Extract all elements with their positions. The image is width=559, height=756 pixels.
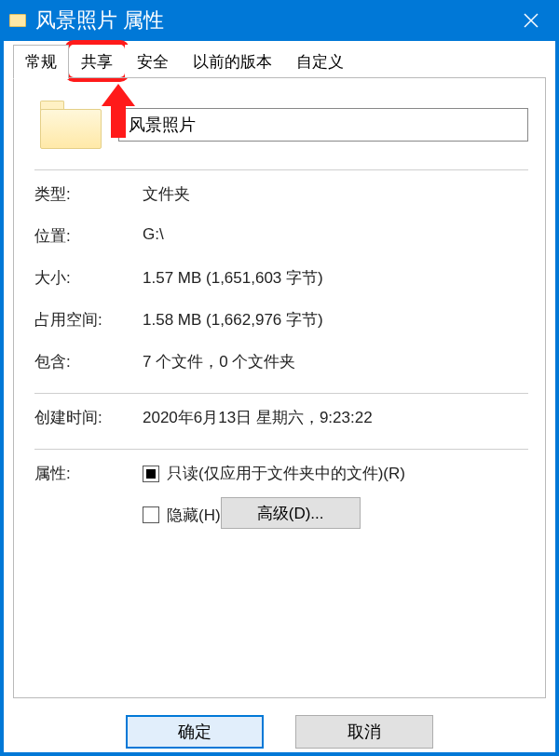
folder-large-icon	[40, 101, 102, 149]
tab-general[interactable]: 常规	[13, 45, 69, 79]
readonly-label: 只读(仅应用于文件夹中的文件)(R)	[167, 463, 405, 484]
header-row	[34, 101, 528, 149]
value-type: 文件夹	[143, 183, 528, 205]
hidden-row: 隐藏(H) 高级(D)...	[143, 501, 528, 529]
value-sizeondisk: 1.58 MB (1,662,976 字节)	[143, 309, 528, 331]
close-icon	[524, 13, 539, 28]
value-size: 1.57 MB (1,651,603 字节)	[143, 267, 528, 289]
readonly-row: 只读(仅应用于文件夹中的文件)(R)	[143, 463, 528, 484]
folder-name-input[interactable]	[118, 108, 528, 142]
tab-previous-versions[interactable]: 以前的版本	[181, 45, 284, 78]
window-title: 风景照片 属性	[35, 7, 164, 34]
label-sizeondisk: 占用空间:	[34, 309, 143, 331]
tab-security[interactable]: 安全	[125, 45, 181, 78]
close-button[interactable]	[503, 0, 559, 41]
separator	[34, 393, 528, 394]
value-created: 2020年6月13日 星期六，9:23:22	[143, 407, 528, 428]
row-attributes: 属性: 只读(仅应用于文件夹中的文件)(R) 隐藏(H) 高级(D)...	[34, 463, 528, 546]
value-contains: 7 个文件，0 个文件夹	[143, 351, 528, 372]
label-created: 创建时间:	[34, 407, 143, 428]
tab-label: 自定义	[296, 53, 344, 71]
row-size-on-disk: 占用空间: 1.58 MB (1,662,976 字节)	[34, 309, 528, 331]
label-attributes: 属性:	[34, 463, 143, 546]
row-contains: 包含: 7 个文件，0 个文件夹	[34, 351, 528, 372]
hidden-checkbox[interactable]	[143, 506, 159, 523]
tab-label: 常规	[25, 53, 57, 71]
row-location: 位置: G:\	[34, 225, 528, 247]
label-type: 类型:	[34, 183, 143, 205]
separator	[34, 449, 528, 450]
tab-label: 共享	[81, 53, 113, 71]
tab-label: 以前的版本	[193, 53, 272, 71]
row-type: 类型: 文件夹	[34, 183, 528, 205]
label-contains: 包含:	[34, 351, 143, 372]
tab-strip: 常规 共享 安全 以前的版本 自定义	[7, 45, 552, 78]
value-location: G:\	[143, 225, 528, 247]
titlebar[interactable]: 风景照片 属性	[0, 0, 559, 41]
hidden-label: 隐藏(H)	[167, 505, 221, 526]
readonly-checkbox[interactable]	[143, 466, 159, 482]
dialog-frame: 常规 共享 安全 以前的版本 自定义 类型: 文件夹 位置: G:\	[0, 41, 559, 756]
dialog-footer: 确定 取消	[4, 715, 555, 749]
row-created: 创建时间: 2020年6月13日 星期六，9:23:22	[34, 407, 528, 428]
advanced-button[interactable]: 高级(D)...	[221, 497, 361, 529]
folder-icon	[9, 14, 26, 27]
tab-label: 安全	[137, 53, 169, 71]
label-location: 位置:	[34, 225, 143, 247]
ok-button[interactable]: 确定	[126, 715, 264, 749]
cancel-button[interactable]: 取消	[295, 715, 433, 749]
separator	[34, 169, 528, 170]
tab-panel-general: 类型: 文件夹 位置: G:\ 大小: 1.57 MB (1,651,603 字…	[13, 78, 546, 698]
label-size: 大小:	[34, 267, 143, 289]
tab-custom[interactable]: 自定义	[284, 45, 356, 78]
tab-share[interactable]: 共享	[69, 45, 125, 78]
tab-underline	[13, 77, 546, 78]
row-size: 大小: 1.57 MB (1,651,603 字节)	[34, 267, 528, 289]
